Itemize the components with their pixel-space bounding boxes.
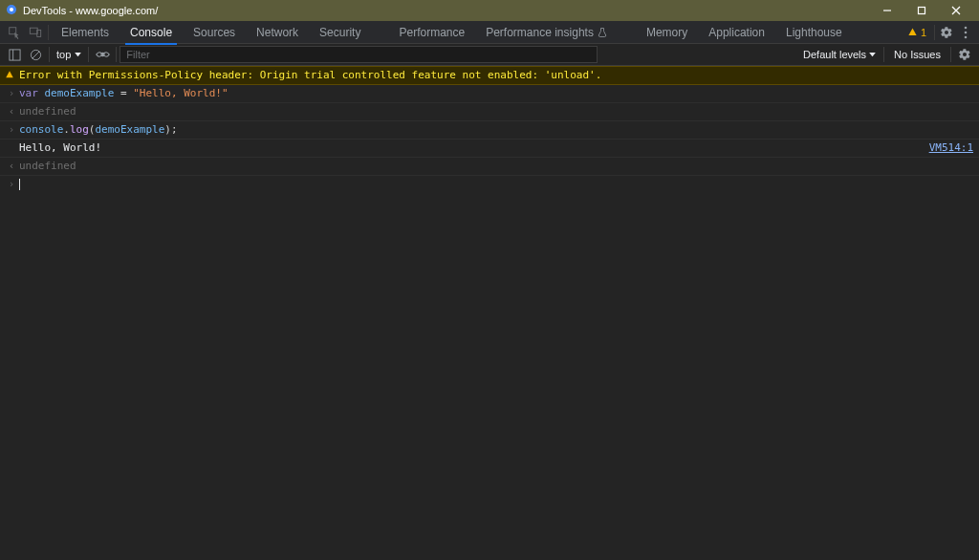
minimize-button[interactable] (870, 0, 904, 21)
window-title: DevTools - www.google.com/ (23, 5, 870, 16)
console-warn-row: Error with Permissions-Policy header: Or… (0, 66, 979, 85)
separator (950, 47, 951, 62)
warning-icon (5, 70, 14, 79)
separator (934, 25, 935, 40)
separator (49, 47, 50, 62)
main-tabs: ElementsConsoleSourcesNetworkSecurityPer… (0, 21, 979, 44)
tab-console[interactable]: Console (120, 21, 183, 44)
chevron-down-icon (75, 53, 81, 57)
console-prompt[interactable]: › (0, 176, 979, 196)
tab-lighthouse[interactable]: Lighthouse (775, 21, 853, 44)
console-input-row: ›var demoExample = "Hello, World!" (0, 85, 979, 103)
live-expression-icon[interactable] (92, 44, 113, 65)
clear-console-icon[interactable] (25, 44, 46, 65)
svg-point-11 (965, 35, 968, 38)
titlebar: DevTools - www.google.com/ (0, 0, 979, 21)
separator (88, 47, 89, 62)
tab-sources[interactable]: Sources (183, 21, 246, 44)
chevron-down-icon (869, 53, 876, 57)
svg-rect-12 (9, 49, 19, 59)
beaker-icon (597, 27, 608, 38)
source-link[interactable]: VM514:1 (929, 142, 973, 154)
separator (116, 47, 117, 62)
tab-performance[interactable]: Performance (388, 21, 475, 44)
tab-security[interactable]: Security (309, 21, 371, 44)
svg-point-9 (965, 26, 968, 29)
console-return-row: ‹undefined (0, 158, 979, 176)
device-toolbar-icon[interactable] (25, 22, 46, 43)
issues-label[interactable]: No Issues (887, 49, 947, 60)
log-levels-selector[interactable]: Default levels (798, 49, 881, 60)
filter-input[interactable] (120, 46, 598, 63)
console-return-row: ‹undefined (0, 103, 979, 121)
svg-point-1 (10, 8, 13, 11)
console-toolbar: top Default levels No Issues (0, 44, 979, 66)
tab-memory[interactable]: Memory (636, 21, 698, 44)
console-output[interactable]: Error with Permissions-Policy header: Or… (0, 66, 979, 560)
svg-line-15 (32, 51, 38, 57)
separator (48, 25, 49, 40)
svg-point-10 (965, 31, 968, 33)
console-settings-icon[interactable] (954, 44, 975, 65)
svg-rect-3 (919, 8, 925, 14)
tab-elements[interactable]: Elements (51, 21, 120, 44)
console-log-row: Hello, World!VM514:1 (0, 140, 979, 158)
toggle-sidebar-icon[interactable] (4, 44, 25, 65)
separator (883, 47, 884, 62)
execution-context-selector[interactable]: top (53, 49, 85, 60)
maximize-button[interactable] (904, 0, 939, 21)
close-button[interactable] (939, 0, 973, 21)
tab-performance-insights[interactable]: Performance insights (475, 21, 619, 44)
inspect-element-icon[interactable] (4, 22, 25, 43)
chrome-icon (6, 4, 23, 18)
svg-rect-7 (30, 28, 37, 33)
warnings-badge[interactable]: 1 (907, 27, 926, 38)
more-icon[interactable] (956, 22, 975, 43)
tab-network[interactable]: Network (246, 21, 309, 44)
console-input-row: ›console.log(demoExample); (0, 121, 979, 140)
tab-application[interactable]: Application (698, 21, 775, 44)
settings-icon[interactable] (937, 22, 956, 43)
warning-icon (907, 27, 918, 37)
